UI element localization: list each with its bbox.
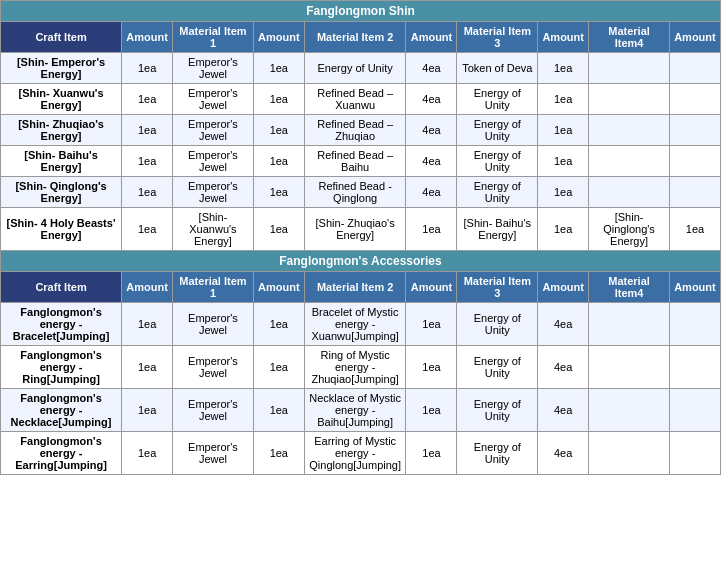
cell-r2-c2: Emperor's Jewel — [173, 389, 254, 432]
cell-r1-c1: 1ea — [122, 84, 173, 115]
cell-r3-c2: Emperor's Jewel — [173, 432, 254, 475]
col-header-1: Amount — [122, 272, 173, 303]
cell-r3-c6: Energy of Unity — [457, 432, 538, 475]
table-row: Fanglongmon's energy - Earring[Jumping]1… — [1, 432, 721, 475]
cell-r3-c6: Energy of Unity — [457, 146, 538, 177]
cell-r0-c8 — [589, 303, 670, 346]
cell-r0-c1: 1ea — [122, 53, 173, 84]
cell-r0-c8 — [589, 53, 670, 84]
cell-r1-c5: 4ea — [406, 84, 457, 115]
cell-r0-c4: Energy of Unity — [304, 53, 406, 84]
cell-r0-c1: 1ea — [122, 303, 173, 346]
cell-r1-c1: 1ea — [122, 346, 173, 389]
cell-r2-c9 — [669, 389, 720, 432]
cell-r3-c0: [Shin- Baihu's Energy] — [1, 146, 122, 177]
cell-r3-c4: Refined Bead – Baihu — [304, 146, 406, 177]
col-header-mat1: Material Item 1 — [173, 22, 254, 53]
col-header-2: Material Item 1 — [173, 272, 254, 303]
col-header-6: Material Item 3 — [457, 272, 538, 303]
cell-r3-c2: Emperor's Jewel — [173, 146, 254, 177]
cell-r0-c7: 4ea — [538, 303, 589, 346]
col-header-amount4: Amount — [669, 22, 720, 53]
cell-r5-c6: [Shin- Baihu's Energy] — [457, 208, 538, 251]
section-header-shin: Fanglongmon Shin — [1, 1, 721, 22]
cell-r2-c6: Energy of Unity — [457, 115, 538, 146]
cell-r4-c3: 1ea — [253, 177, 304, 208]
cell-r1-c0: Fanglongmon's energy - Ring[Jumping] — [1, 346, 122, 389]
cell-r2-c8 — [589, 115, 670, 146]
col-header-amount-craft: Amount — [122, 22, 173, 53]
cell-r4-c7: 1ea — [538, 177, 589, 208]
col-header-amount2: Amount — [406, 22, 457, 53]
col-header-0: Craft Item — [1, 272, 122, 303]
cell-r0-c0: [Shin- Emperor's Energy] — [1, 53, 122, 84]
cell-r2-c7: 1ea — [538, 115, 589, 146]
cell-r1-c2: Emperor's Jewel — [173, 84, 254, 115]
col-header-4: Material Item 2 — [304, 272, 406, 303]
table-row: [Shin- 4 Holy Beasts' Energy]1ea[Shin- X… — [1, 208, 721, 251]
col-header-3: Amount — [253, 272, 304, 303]
table-row: Fanglongmon's energy - Ring[Jumping]1eaE… — [1, 346, 721, 389]
cell-r1-c5: 1ea — [406, 346, 457, 389]
cell-r1-c6: Energy of Unity — [457, 346, 538, 389]
cell-r4-c0: [Shin- Qinglong's Energy] — [1, 177, 122, 208]
cell-r0-c0: Fanglongmon's energy - Bracelet[Jumping] — [1, 303, 122, 346]
cell-r1-c8 — [589, 346, 670, 389]
cell-r5-c5: 1ea — [406, 208, 457, 251]
table-row: [Shin- Xuanwu's Energy]1eaEmperor's Jewe… — [1, 84, 721, 115]
col-header-5: Amount — [406, 272, 457, 303]
cell-r5-c2: [Shin- Xuanwu's Energy] — [173, 208, 254, 251]
col-header-amount1: Amount — [253, 22, 304, 53]
col-header-mat3: Material Item 3 — [457, 22, 538, 53]
cell-r5-c3: 1ea — [253, 208, 304, 251]
cell-r1-c3: 1ea — [253, 346, 304, 389]
cell-r1-c9 — [669, 84, 720, 115]
cell-r4-c5: 4ea — [406, 177, 457, 208]
cell-r3-c9 — [669, 432, 720, 475]
cell-r0-c3: 1ea — [253, 53, 304, 84]
table-row: [Shin- Emperor's Energy]1eaEmperor's Jew… — [1, 53, 721, 84]
cell-r5-c1: 1ea — [122, 208, 173, 251]
cell-r3-c8 — [589, 432, 670, 475]
col-header-amount3: Amount — [538, 22, 589, 53]
cell-r0-c5: 4ea — [406, 53, 457, 84]
cell-r1-c4: Refined Bead – Xuanwu — [304, 84, 406, 115]
cell-r4-c1: 1ea — [122, 177, 173, 208]
cell-r3-c3: 1ea — [253, 432, 304, 475]
cell-r4-c6: Energy of Unity — [457, 177, 538, 208]
cell-r4-c8 — [589, 177, 670, 208]
crafting-table: Fanglongmon Shin Craft Item Amount Mater… — [0, 0, 721, 475]
cell-r5-c4: [Shin- Zhuqiao's Energy] — [304, 208, 406, 251]
cell-r1-c6: Energy of Unity — [457, 84, 538, 115]
cell-r5-c9: 1ea — [669, 208, 720, 251]
cell-r0-c3: 1ea — [253, 303, 304, 346]
cell-r2-c4: Refined Bead – Zhuqiao — [304, 115, 406, 146]
cell-r4-c9 — [669, 177, 720, 208]
cell-r1-c7: 4ea — [538, 346, 589, 389]
cell-r2-c2: Emperor's Jewel — [173, 115, 254, 146]
cell-r2-c7: 4ea — [538, 389, 589, 432]
col-header-craft: Craft Item — [1, 22, 122, 53]
cell-r2-c0: Fanglongmon's energy - Necklace[Jumping] — [1, 389, 122, 432]
cell-r2-c1: 1ea — [122, 389, 173, 432]
cell-r1-c3: 1ea — [253, 84, 304, 115]
col-header-9: Amount — [669, 272, 720, 303]
cell-r3-c4: Earring of Mystic energy - Qinglong[Jump… — [304, 432, 406, 475]
cell-r2-c3: 1ea — [253, 115, 304, 146]
cell-r2-c4: Necklace of Mystic energy - Baihu[Jumpin… — [304, 389, 406, 432]
cell-r0-c7: 1ea — [538, 53, 589, 84]
cell-r5-c0: [Shin- 4 Holy Beasts' Energy] — [1, 208, 122, 251]
section-header-1: Fanglongmon's Accessories — [1, 251, 721, 272]
cell-r1-c4: Ring of Mystic energy - Zhuqiao[Jumping] — [304, 346, 406, 389]
cell-r5-c8: [Shin- Qinglong's Energy] — [589, 208, 670, 251]
cell-r0-c9 — [669, 53, 720, 84]
table-row: [Shin- Zhuqiao's Energy]1eaEmperor's Jew… — [1, 115, 721, 146]
cell-r2-c3: 1ea — [253, 389, 304, 432]
table-row: Fanglongmon's energy - Bracelet[Jumping]… — [1, 303, 721, 346]
cell-r1-c8 — [589, 84, 670, 115]
table-row: Fanglongmon's energy - Necklace[Jumping]… — [1, 389, 721, 432]
col-header-8: Material Item4 — [589, 272, 670, 303]
cell-r3-c0: Fanglongmon's energy - Earring[Jumping] — [1, 432, 122, 475]
cell-r3-c3: 1ea — [253, 146, 304, 177]
cell-r3-c9 — [669, 146, 720, 177]
